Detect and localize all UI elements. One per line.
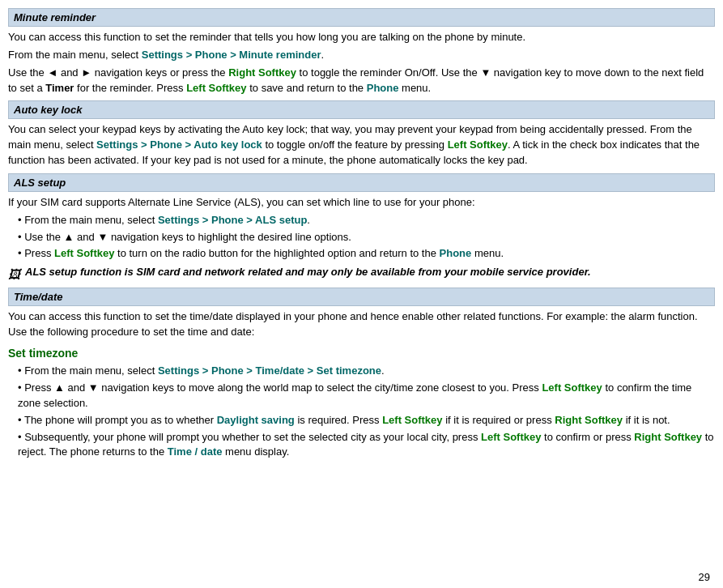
als-up-arrow: ▲: [64, 231, 74, 243]
timer-ref: Timer: [45, 82, 74, 94]
tz-left-softkey: Left Softkey: [542, 381, 602, 394]
akl-left-softkey: Left Softkey: [448, 138, 508, 151]
section-header-minute-reminder: Minute reminder: [8, 8, 715, 27]
right-arrow: ►: [81, 66, 91, 79]
tz-right-softkey: Right Softkey: [555, 414, 623, 426]
set-timezone-title: Set timezone: [8, 345, 715, 361]
tz-down-arrow: ▼: [88, 381, 99, 394]
minute-reminder-para3: Use the ◄ and ► navigation keys or press…: [8, 66, 715, 96]
tz-bullet-2: Press ▲ and ▼ navigation keys to move al…: [18, 381, 715, 411]
akl-settings-link: Settings > Phone > Auto key lock: [96, 138, 262, 151]
phone-ref: Phone: [367, 82, 399, 94]
minute-reminder-para2: From the main menu, select Settings > Ph…: [8, 48, 715, 63]
right-softkey-ref: Right Softkey: [228, 66, 296, 79]
down-arrow: ▼: [480, 66, 491, 79]
section-header-als-setup: ALS setup: [8, 173, 715, 192]
tz-left-softkey3: Left Softkey: [481, 431, 541, 443]
time-date-para1: You can access this function to set the …: [8, 309, 715, 340]
page-number: 29: [699, 571, 710, 583]
section-body-als-setup: If your SIM card supports Alternate Line…: [8, 195, 715, 283]
tz-bullet-4: Subsequently, your phone will prompt you…: [18, 430, 715, 461]
als-bullet-2: Use the ▲ and ▼ navigation keys to highl…: [18, 230, 715, 245]
tz-bullet-3: The phone will prompt you as to whether …: [18, 413, 715, 428]
section-body-time-date: You can access this function to set the …: [8, 309, 715, 460]
note-icon: 🖼: [8, 266, 20, 283]
page-content: Minute reminder You can access this func…: [0, 0, 723, 489]
tz-settings-link: Settings > Phone > Time/date > Set timez…: [158, 364, 381, 377]
als-left-softkey: Left Softkey: [54, 247, 114, 259]
tz-up-arrow: ▲: [54, 381, 65, 394]
settings-link: Settings > Phone > Minute reminder: [142, 49, 321, 61]
als-note-text: ALS setup function is SIM card and netwo…: [25, 265, 591, 279]
left-softkey-ref: Left Softkey: [186, 82, 246, 94]
als-phone-ref: Phone: [440, 247, 472, 259]
als-bullet-list: From the main menu, select Settings > Ph…: [8, 213, 715, 262]
tz-bullet-1: From the main menu, select Settings > Ph…: [18, 364, 715, 379]
als-intro: If your SIM card supports Alternate Line…: [8, 195, 715, 211]
als-bullet-1: From the main menu, select Settings > Ph…: [18, 213, 715, 228]
section-body-minute-reminder: You can access this function to set the …: [8, 30, 715, 96]
tz-left-softkey2: Left Softkey: [382, 414, 442, 426]
als-down-arrow: ▼: [97, 231, 108, 243]
section-header-time-date: Time/date: [8, 288, 715, 306]
als-settings-link: Settings > Phone > ALS setup: [158, 214, 307, 226]
section-header-auto-key-lock: Auto key lock: [8, 100, 715, 119]
time-date-ref: Time / date: [168, 445, 223, 458]
left-arrow: ◄: [47, 66, 57, 79]
als-bullet-3: Press Left Softkey to turn on the radio …: [18, 246, 715, 262]
auto-key-lock-para1: You can select your keypad keys by activ…: [8, 122, 715, 168]
timezone-bullet-list: From the main menu, select Settings > Ph…: [8, 364, 715, 460]
tz-right-softkey2: Right Softkey: [634, 431, 702, 443]
minute-reminder-para1: You can access this function to set the …: [8, 30, 715, 45]
als-note: 🖼 ALS setup function is SIM card and net…: [8, 265, 715, 283]
daylight-saving-ref: Daylight saving: [217, 414, 295, 426]
section-body-auto-key-lock: You can select your keypad keys by activ…: [8, 122, 715, 168]
